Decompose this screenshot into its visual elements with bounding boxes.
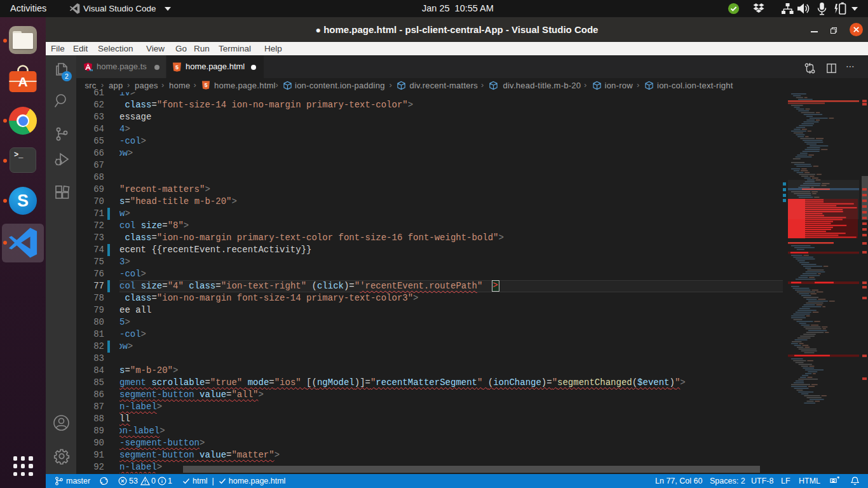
svg-text:5: 5 (204, 82, 207, 88)
svg-text:ts: ts (90, 68, 93, 72)
svg-text:5: 5 (175, 64, 179, 71)
svg-text:A: A (18, 74, 27, 89)
